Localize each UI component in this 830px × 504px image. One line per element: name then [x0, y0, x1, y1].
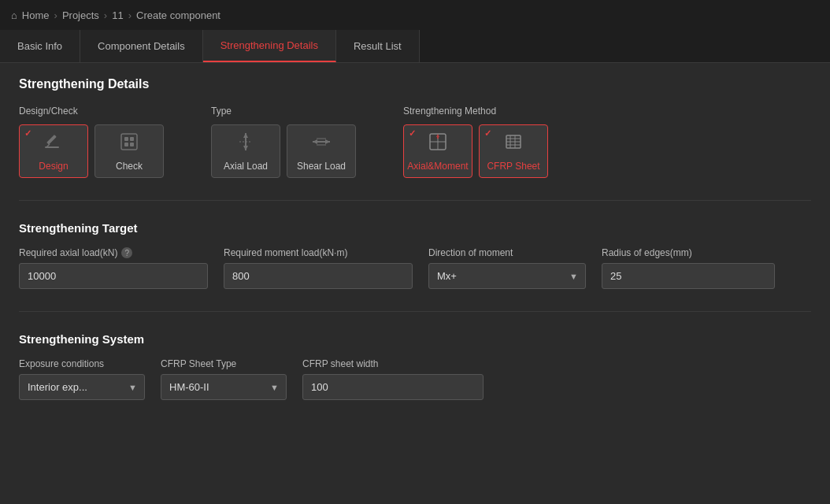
- field-group-moment-load: Required moment load(kN·m): [224, 247, 413, 289]
- radius-input[interactable]: [602, 263, 775, 289]
- tab-strengthening-details-label: Strengthening Details: [220, 39, 318, 51]
- cfrp-width-input[interactable]: [302, 374, 484, 400]
- axial-load-icon: [235, 131, 257, 157]
- card-design[interactable]: ✓ Design: [19, 124, 88, 178]
- strengthening-target-fields: Required axial load(kN) ? Required momen…: [19, 247, 811, 289]
- axial-load-field-label: Required axial load(kN) ?: [19, 247, 208, 258]
- cfrp-type-select-wrapper: HM-60-II HM-40-I HM-30-I ▼: [161, 374, 287, 400]
- cfrp-sheet-icon: [502, 131, 524, 157]
- axial-load-label: Axial Load: [224, 161, 268, 172]
- svg-rect-3: [121, 134, 137, 150]
- shear-load-icon: [310, 131, 332, 157]
- tab-basic-info[interactable]: Basic Info: [0, 30, 80, 62]
- strengthening-system-title: Strengthening System: [19, 328, 811, 346]
- card-check[interactable]: Check: [94, 124, 164, 178]
- moment-load-input[interactable]: [224, 263, 413, 289]
- tab-basic-info-label: Basic Info: [17, 40, 62, 52]
- field-group-cfrp-width: CFRP sheet width: [302, 358, 484, 400]
- design-checkmark: ✓: [24, 128, 31, 139]
- svg-rect-1: [46, 135, 57, 145]
- breadcrumb-page: Create component: [136, 9, 220, 21]
- cfrp-type-field-label: CFRP Sheet Type: [161, 358, 287, 369]
- svg-marker-9: [243, 133, 248, 138]
- direction-field-label: Direction of moment: [428, 247, 586, 258]
- type-label: Type: [211, 106, 356, 117]
- cfrp-width-field-label: CFRP sheet width: [302, 358, 484, 369]
- home-icon: ⌂: [11, 9, 17, 21]
- card-cfrp-sheet[interactable]: ✓ CFRP Sheet: [479, 124, 548, 178]
- shear-load-label: Shear Load: [297, 161, 346, 172]
- card-axial-moment[interactable]: ✓ Axial&Moment: [403, 124, 472, 178]
- strengthening-method-label: Strengthening Method: [403, 106, 548, 117]
- design-check-label: Design/Check: [19, 106, 164, 117]
- cfrp-type-select[interactable]: HM-60-II HM-40-I HM-30-I: [161, 374, 287, 400]
- tab-component-details[interactable]: Component Details: [80, 30, 203, 62]
- svg-marker-14: [325, 139, 330, 144]
- field-group-cfrp-type: CFRP Sheet Type HM-60-II HM-40-I HM-30-I…: [161, 358, 287, 400]
- page-title: Strengthening Details: [19, 77, 811, 91]
- divider-1: [19, 200, 811, 201]
- svg-marker-10: [243, 146, 248, 150]
- check-label: Check: [116, 161, 143, 172]
- type-group: Type Axial Load: [211, 106, 356, 178]
- direction-label-text: Direction of moment: [428, 247, 513, 258]
- field-group-exposure: Exposure conditions Interior exp... Exte…: [19, 358, 145, 400]
- check-icon: [118, 131, 140, 157]
- type-cards: Axial Load Shear Load: [211, 124, 356, 178]
- axial-load-help-icon[interactable]: ?: [121, 247, 132, 258]
- breadcrumb-sep-1: ›: [54, 9, 57, 21]
- strengthening-system-fields: Exposure conditions Interior exp... Exte…: [19, 358, 811, 400]
- breadcrumb-sep-3: ›: [128, 9, 132, 21]
- design-label: Design: [39, 161, 68, 172]
- tab-strengthening-details[interactable]: Strengthening Details: [203, 30, 336, 62]
- svg-rect-4: [124, 137, 128, 141]
- field-group-radius: Radius of edges(mm): [602, 247, 775, 289]
- svg-rect-7: [130, 143, 134, 146]
- axial-moment-checkmark: ✓: [409, 128, 416, 139]
- tab-result-list[interactable]: Result List: [336, 30, 420, 62]
- field-group-axial-load: Required axial load(kN) ?: [19, 247, 208, 289]
- card-shear-load[interactable]: Shear Load: [287, 124, 356, 178]
- card-axial-load[interactable]: Axial Load: [211, 124, 280, 178]
- cfrp-width-label-text: CFRP sheet width: [302, 358, 379, 369]
- svg-rect-6: [124, 143, 128, 146]
- axial-moment-icon: [427, 131, 449, 157]
- strengthening-method-cards: ✓ Axial&Moment ✓: [403, 124, 548, 178]
- direction-select[interactable]: Mx+ Mx- My+ My-: [428, 263, 586, 289]
- breadcrumb-projects[interactable]: Projects: [62, 9, 99, 21]
- tab-component-details-label: Component Details: [98, 40, 185, 52]
- divider-2: [19, 311, 811, 312]
- cfrp-sheet-checkmark: ✓: [484, 128, 491, 139]
- svg-rect-5: [130, 137, 134, 141]
- exposure-label-text: Exposure conditions: [19, 358, 104, 369]
- radius-field-label: Radius of edges(mm): [602, 247, 775, 258]
- radius-label-text: Radius of edges(mm): [602, 247, 692, 258]
- axial-moment-label: Axial&Moment: [407, 161, 468, 172]
- strengthening-method-group: Strengthening Method ✓ Axial&Moment: [403, 106, 548, 178]
- cfrp-type-label-text: CFRP Sheet Type: [161, 358, 236, 369]
- svg-marker-13: [313, 139, 317, 144]
- breadcrumb-sep-2: ›: [104, 9, 107, 21]
- design-check-cards: ✓ Design: [19, 124, 164, 178]
- moment-load-label-text: Required moment load(kN·m): [224, 247, 347, 258]
- design-icon: [43, 131, 65, 157]
- main-content: Strengthening Details Design/Check ✓ Des…: [0, 63, 830, 504]
- field-group-direction: Direction of moment Mx+ Mx- My+ My- ▼: [428, 247, 586, 289]
- exposure-field-label: Exposure conditions: [19, 358, 145, 369]
- exposure-select-wrapper: Interior exp... Exterior exp... Aggressi…: [19, 374, 145, 400]
- breadcrumb-home[interactable]: Home: [22, 9, 50, 21]
- moment-load-field-label: Required moment load(kN·m): [224, 247, 413, 258]
- tab-result-list-label: Result List: [354, 40, 402, 52]
- cfrp-sheet-label: CFRP Sheet: [487, 161, 539, 172]
- breadcrumb-project-id[interactable]: 11: [112, 9, 123, 21]
- axial-load-label-text: Required axial load(kN): [19, 247, 117, 258]
- direction-select-wrapper: Mx+ Mx- My+ My- ▼: [428, 263, 586, 289]
- breadcrumb: ⌂ Home › Projects › 11 › Create componen…: [0, 0, 830, 30]
- tab-bar: Basic Info Component Details Strengtheni…: [0, 30, 830, 63]
- axial-load-input[interactable]: [19, 263, 208, 289]
- strengthening-target-title: Strengthening Target: [19, 217, 811, 235]
- design-check-group: Design/Check ✓ Design: [19, 106, 164, 178]
- exposure-select[interactable]: Interior exp... Exterior exp... Aggressi…: [19, 374, 145, 400]
- options-row: Design/Check ✓ Design: [19, 106, 811, 178]
